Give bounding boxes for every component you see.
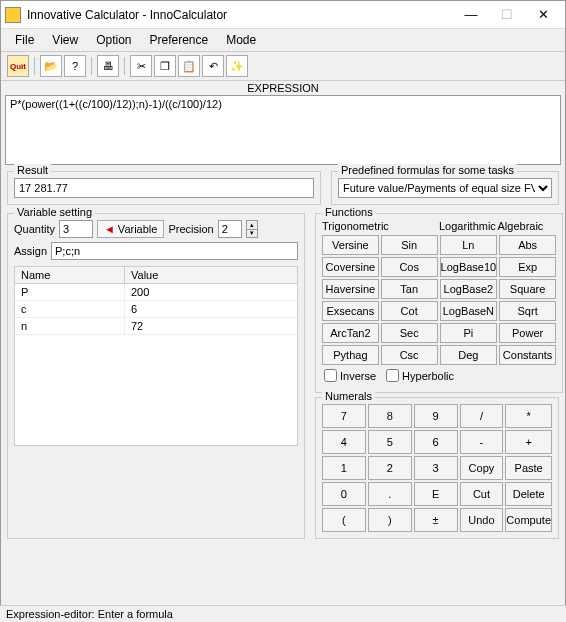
- num-x[interactable]: ): [368, 508, 412, 532]
- quantity-label: Quantity: [14, 223, 55, 235]
- num-x[interactable]: ±: [414, 508, 458, 532]
- num-x[interactable]: /: [460, 404, 504, 428]
- fn-coversine[interactable]: Coversine: [322, 257, 379, 277]
- assign-input[interactable]: [51, 242, 298, 260]
- fn-logbase2[interactable]: LogBase2: [440, 279, 498, 299]
- num-6[interactable]: 6: [414, 430, 458, 454]
- fn-arctan2[interactable]: ArcTan2: [322, 323, 379, 343]
- num-delete[interactable]: Delete: [505, 482, 552, 506]
- numerals-group: Numerals 789/*456-+123CopyPaste0.ECutDel…: [315, 397, 559, 539]
- minimize-button[interactable]: —: [453, 3, 489, 27]
- menu-view[interactable]: View: [44, 31, 86, 49]
- variable-table: Name Value P 200 c 6 n 72: [14, 266, 298, 446]
- cut-icon[interactable]: ✂: [130, 55, 152, 77]
- num-3[interactable]: 3: [414, 456, 458, 480]
- fn-logbase10[interactable]: LogBase10: [440, 257, 498, 277]
- inverse-checkbox[interactable]: Inverse: [324, 369, 376, 382]
- fn-constants[interactable]: Constants: [499, 345, 556, 365]
- fn-logbasen[interactable]: LogBaseN: [440, 301, 498, 321]
- num-undo[interactable]: Undo: [460, 508, 504, 532]
- predef-select[interactable]: Future value/Payments of equal size FVn: [338, 178, 552, 198]
- maximize-button[interactable]: ☐: [489, 3, 525, 27]
- toolbar: Quit 📂 ? 🖶 ✂ ❐ 📋 ↶ ✨: [1, 52, 565, 81]
- num-paste[interactable]: Paste: [505, 456, 552, 480]
- result-label: Result: [14, 164, 51, 176]
- fn-square[interactable]: Square: [499, 279, 556, 299]
- help-icon[interactable]: ?: [64, 55, 86, 77]
- num-x[interactable]: *: [505, 404, 552, 428]
- fn-haversine[interactable]: Haversine: [322, 279, 379, 299]
- num-compute[interactable]: Compute: [505, 508, 552, 532]
- num-7[interactable]: 7: [322, 404, 366, 428]
- menu-preference[interactable]: Preference: [142, 31, 217, 49]
- num-4[interactable]: 4: [322, 430, 366, 454]
- precision-spinner[interactable]: ▲▼: [246, 220, 258, 238]
- precision-label: Precision: [168, 223, 213, 235]
- close-button[interactable]: ✕: [525, 3, 561, 27]
- table-header-name[interactable]: Name: [15, 267, 125, 283]
- num-x[interactable]: -: [460, 430, 504, 454]
- fn-sqrt[interactable]: Sqrt: [499, 301, 556, 321]
- chevron-down-icon[interactable]: ▼: [247, 230, 257, 238]
- precision-input[interactable]: [218, 220, 242, 238]
- num-5[interactable]: 5: [368, 430, 412, 454]
- hyperbolic-checkbox[interactable]: Hyperbolic: [386, 369, 454, 382]
- fn-tan[interactable]: Tan: [381, 279, 438, 299]
- menubar: File View Option Preference Mode: [1, 29, 565, 52]
- variable-button[interactable]: ◄Variable: [97, 220, 164, 238]
- undo-icon[interactable]: ↶: [202, 55, 224, 77]
- num-8[interactable]: 8: [368, 404, 412, 428]
- status-bar: Expression-editor: Enter a formula: [0, 605, 566, 622]
- print-icon[interactable]: 🖶: [97, 55, 119, 77]
- table-row[interactable]: n 72: [15, 318, 297, 335]
- fn-pi[interactable]: Pi: [440, 323, 498, 343]
- num-e[interactable]: E: [414, 482, 458, 506]
- fn-cot[interactable]: Cot: [381, 301, 438, 321]
- num-copy[interactable]: Copy: [460, 456, 504, 480]
- chevron-up-icon[interactable]: ▲: [247, 221, 257, 230]
- num-2[interactable]: 2: [368, 456, 412, 480]
- num-x[interactable]: .: [368, 482, 412, 506]
- expression-input[interactable]: [5, 95, 561, 165]
- num-1[interactable]: 1: [322, 456, 366, 480]
- num-cut[interactable]: Cut: [460, 482, 504, 506]
- menu-option[interactable]: Option: [88, 31, 139, 49]
- table-row[interactable]: P 200: [15, 284, 297, 301]
- fn-exsecans[interactable]: Exsecans: [322, 301, 379, 321]
- fn-versine[interactable]: Versine: [322, 235, 379, 255]
- quit-button[interactable]: Quit: [7, 55, 29, 77]
- fn-pythag[interactable]: Pythag: [322, 345, 379, 365]
- fn-deg[interactable]: Deg: [440, 345, 498, 365]
- fn-cos[interactable]: Cos: [381, 257, 438, 277]
- fn-csc[interactable]: Csc: [381, 345, 438, 365]
- copy-icon[interactable]: ❐: [154, 55, 176, 77]
- assign-label: Assign: [14, 245, 47, 257]
- fn-abs[interactable]: Abs: [499, 235, 556, 255]
- functions-label: Functions: [322, 206, 376, 218]
- numerals-label: Numerals: [322, 390, 375, 402]
- func-header-log: Logarithmic: [439, 220, 498, 232]
- fn-exp[interactable]: Exp: [499, 257, 556, 277]
- open-icon[interactable]: 📂: [40, 55, 62, 77]
- table-row[interactable]: c 6: [15, 301, 297, 318]
- quantity-input[interactable]: [59, 220, 93, 238]
- table-header-value[interactable]: Value: [125, 267, 297, 283]
- fn-sec[interactable]: Sec: [381, 323, 438, 343]
- num-x[interactable]: +: [505, 430, 552, 454]
- menu-file[interactable]: File: [7, 31, 42, 49]
- predef-label: Predefined formulas for some tasks: [338, 164, 517, 176]
- fn-ln[interactable]: Ln: [440, 235, 498, 255]
- menu-mode[interactable]: Mode: [218, 31, 264, 49]
- result-group: Result: [7, 171, 321, 205]
- func-header-alg: Algebraic: [498, 220, 557, 232]
- fn-sin[interactable]: Sin: [381, 235, 438, 255]
- titlebar: Innovative Calculator - InnoCalculator —…: [1, 1, 565, 29]
- result-input[interactable]: [14, 178, 314, 198]
- num-0[interactable]: 0: [322, 482, 366, 506]
- variable-setting-group: Variable setting Quantity ◄Variable Prec…: [7, 213, 305, 539]
- wand-icon[interactable]: ✨: [226, 55, 248, 77]
- num-9[interactable]: 9: [414, 404, 458, 428]
- num-x[interactable]: (: [322, 508, 366, 532]
- fn-power[interactable]: Power: [499, 323, 556, 343]
- paste-icon[interactable]: 📋: [178, 55, 200, 77]
